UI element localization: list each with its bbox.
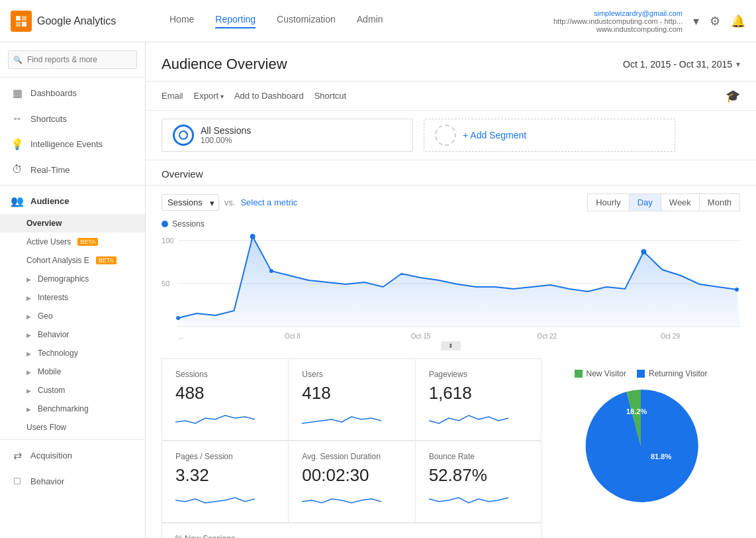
sessions-chart: 100 50 ... Oct 8 Oct 15 Oct 22 Oct 29 bbox=[162, 234, 740, 340]
metric-asd: Avg. Session Duration 00:02:30 bbox=[288, 441, 414, 523]
time-day[interactable]: Day bbox=[629, 193, 661, 211]
notifications-icon[interactable]: 🔔 bbox=[731, 14, 745, 28]
sidebar-item-behavior[interactable]: □ Behavior bbox=[0, 468, 145, 494]
date-range-picker[interactable]: Oct 1, 2015 - Oct 31, 2015 ▾ bbox=[623, 59, 740, 70]
metrics-section: Sessions 488 Users 418 Pag bbox=[146, 358, 756, 538]
add-segment-button[interactable]: + Add Segment bbox=[424, 119, 675, 152]
sidebar-subitem-cohort[interactable]: Cohort Analysis E BETA bbox=[0, 251, 145, 270]
pie-section: New Visitor Returning Visitor bbox=[542, 358, 740, 538]
metric-dropdown[interactable]: Sessions bbox=[162, 194, 219, 211]
sidebar-subitem-mobile[interactable]: Mobile bbox=[0, 362, 145, 381]
asd-value: 00:02:30 bbox=[302, 465, 401, 486]
email-button[interactable]: Email bbox=[162, 88, 191, 103]
sidebar-subitem-custom[interactable]: Custom bbox=[0, 381, 145, 400]
beta-badge-1: BETA bbox=[77, 238, 98, 246]
date-range-text: Oct 1, 2015 - Oct 31, 2015 bbox=[623, 59, 732, 70]
sidebar-label-behavior2: Behavior bbox=[30, 476, 64, 486]
custom-label: Custom bbox=[38, 386, 65, 395]
sidebar-subitem-usersflow[interactable]: Users Flow bbox=[0, 418, 145, 437]
svg-text:...: ... bbox=[178, 333, 183, 340]
svg-text:Oct 22: Oct 22 bbox=[538, 333, 557, 340]
segment-all-sessions[interactable]: All Sessions 100.00% bbox=[162, 119, 413, 152]
sidebar-label-dashboards: Dashboards bbox=[30, 88, 77, 98]
mobile-arrow bbox=[26, 367, 34, 376]
search-bar-wrap bbox=[0, 42, 145, 78]
sidebar-subitem-interests[interactable]: Interests bbox=[0, 288, 145, 307]
shortcuts-icon: ↔ bbox=[11, 113, 24, 125]
users-label: Users bbox=[302, 370, 401, 379]
select-metric-link[interactable]: Select a metric bbox=[240, 197, 297, 207]
time-hourly[interactable]: Hourly bbox=[587, 193, 630, 211]
search-wrap bbox=[8, 50, 137, 69]
shortcut-button[interactable]: Shortcut bbox=[314, 88, 354, 103]
sessions-sparkline bbox=[175, 409, 255, 427]
asd-label: Avg. Session Duration bbox=[302, 452, 401, 461]
svg-rect-1 bbox=[22, 16, 26, 21]
svg-point-17 bbox=[269, 269, 273, 273]
sidebar-subitem-active-users[interactable]: Active Users BETA bbox=[0, 233, 145, 251]
add-segment-circle bbox=[435, 125, 456, 146]
custom-arrow bbox=[26, 386, 34, 395]
pps-label: Pages / Session bbox=[175, 452, 275, 461]
geo-arrow bbox=[26, 311, 34, 321]
sidebar-subitem-demographics[interactable]: Demographics bbox=[0, 270, 145, 288]
export-button[interactable]: Export bbox=[194, 88, 232, 103]
add-to-dashboard-button[interactable]: Add to Dashboard bbox=[234, 88, 312, 103]
page-header: Audience Overview Oct 1, 2015 - Oct 31, … bbox=[146, 42, 756, 81]
metric-users: Users 418 bbox=[288, 358, 414, 441]
audience-icon: 👥 bbox=[11, 195, 24, 207]
segment-indicator bbox=[173, 125, 194, 146]
time-week[interactable]: Week bbox=[661, 193, 700, 211]
sidebar-subitem-benchmarking[interactable]: Benchmarking bbox=[0, 400, 145, 418]
segment-pct: 100.00% bbox=[201, 136, 251, 145]
returning-visitor-label: Returning Visitor bbox=[649, 369, 708, 378]
sidebar-subitem-overview[interactable]: Overview bbox=[0, 214, 145, 233]
add-segment-label: + Add Segment bbox=[463, 130, 526, 140]
nav-admin[interactable]: Admin bbox=[357, 14, 383, 28]
app-container: Google Analytics Home Reporting Customiz… bbox=[0, 0, 756, 538]
nav-customization[interactable]: Customization bbox=[277, 14, 336, 28]
benchmarking-arrow bbox=[26, 404, 34, 413]
sidebar-item-audience[interactable]: 👥 Audience bbox=[0, 188, 145, 214]
segment-name: All Sessions bbox=[201, 125, 251, 136]
chart-controls: Sessions vs. Select a metric Hourly Day … bbox=[146, 186, 756, 211]
sidebar-subitem-geo[interactable]: Geo bbox=[0, 307, 145, 325]
sessions-legend-label: Sessions bbox=[172, 219, 205, 229]
sidebar-subitem-technology[interactable]: Technology bbox=[0, 344, 145, 362]
sidebar-item-shortcuts[interactable]: ↔ Shortcuts bbox=[0, 106, 145, 131]
overview-title: Overview bbox=[162, 168, 203, 180]
search-input[interactable] bbox=[8, 50, 137, 69]
active-users-label: Active Users bbox=[26, 237, 71, 246]
sidebar-divider-2 bbox=[0, 439, 145, 440]
sidebar-item-dashboards[interactable]: ▦ Dashboards bbox=[0, 80, 145, 106]
svg-rect-0 bbox=[16, 16, 21, 21]
bounce-label: Bounce Rate bbox=[429, 452, 528, 461]
sidebar-item-realtime[interactable]: ⏱ Real-Time bbox=[0, 157, 145, 182]
dropdown-icon[interactable]: ▾ bbox=[693, 14, 699, 28]
segments-row: All Sessions 100.00% + Add Segment bbox=[146, 111, 756, 160]
cap-icon[interactable]: 🎓 bbox=[726, 89, 740, 103]
sidebar-label-realtime: Real-Time bbox=[30, 165, 70, 175]
asd-sparkline bbox=[302, 491, 381, 510]
chart-range-handle[interactable]: ⬍ bbox=[441, 341, 461, 350]
time-month[interactable]: Month bbox=[699, 193, 740, 211]
sidebar-subitem-behavior[interactable]: Behavior bbox=[0, 325, 145, 344]
settings-icon[interactable]: ⚙ bbox=[710, 14, 720, 28]
nav-reporting[interactable]: Reporting bbox=[215, 14, 256, 28]
technology-arrow bbox=[26, 349, 34, 358]
new-visitor-color bbox=[575, 370, 583, 378]
pageviews-label: Pageviews bbox=[429, 370, 528, 379]
svg-text:100: 100 bbox=[162, 237, 173, 244]
svg-text:Oct 15: Oct 15 bbox=[411, 333, 431, 340]
account-site1: http://www.industcomputing.com - http... bbox=[553, 17, 683, 25]
sidebar-section: ▦ Dashboards ↔ Shortcuts 💡 Intelligence … bbox=[0, 78, 145, 496]
empty-metric-1 bbox=[288, 523, 414, 538]
sidebar-item-intelligence[interactable]: 💡 Intelligence Events bbox=[0, 131, 145, 157]
new-sessions-label: % New Sessions bbox=[175, 534, 275, 538]
svg-point-15 bbox=[176, 316, 180, 320]
sidebar-item-acquisition[interactable]: ⇄ Acquisition bbox=[0, 443, 145, 468]
sessions-value: 488 bbox=[175, 383, 275, 404]
sessions-label: Sessions bbox=[175, 370, 275, 379]
nav-home[interactable]: Home bbox=[169, 14, 194, 28]
svg-text:50: 50 bbox=[162, 280, 169, 288]
